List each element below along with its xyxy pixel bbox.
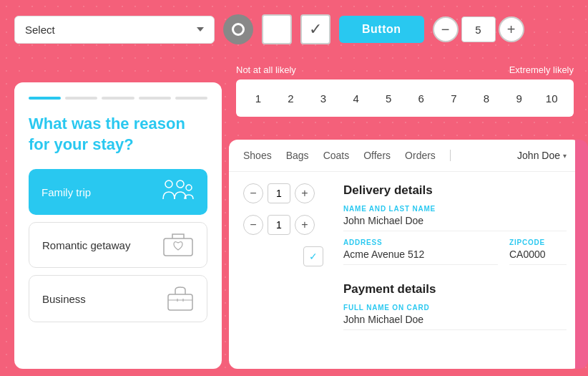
zipcode-value: CA0000	[509, 249, 567, 265]
nav-user-name: John Doe	[517, 150, 560, 161]
name-label: NAME AND LAST NAME	[343, 205, 567, 213]
progress-seg-1	[29, 97, 61, 100]
svg-point-2	[186, 185, 192, 191]
nav-orders[interactable]: Orders	[405, 150, 436, 161]
scale-labels: Not at all likely Extremely likely	[236, 64, 574, 75]
address-row: ADDRESS Acme Avenue 512 ZIPCODE CA0000	[343, 238, 567, 272]
qty-row-2: − 1 +	[243, 215, 329, 235]
scale-num-7[interactable]: 7	[439, 85, 469, 111]
scale-num-8[interactable]: 8	[471, 85, 501, 111]
business-icon	[167, 286, 194, 312]
option-business-label: Business	[42, 293, 86, 305]
radio-button[interactable]	[223, 14, 253, 44]
top-bar: Select ✓ Button − 5 +	[14, 14, 574, 44]
small-checkmark[interactable]: ✓	[303, 246, 323, 266]
counter-group: − 5 +	[433, 16, 524, 42]
counter-increment-button[interactable]: +	[499, 16, 524, 42]
qty1-decrement[interactable]: −	[243, 183, 263, 203]
select-arrow-icon	[197, 27, 204, 32]
zipcode-col: ZIPCODE CA0000	[509, 238, 567, 272]
checkmark-button[interactable]: ✓	[300, 14, 330, 44]
likelihood-scale: Not at all likely Extremely likely 1 2 3…	[236, 64, 574, 117]
nav-bar: Shoes Bags Coats Offers Orders John Doe …	[229, 140, 581, 172]
right-panel: Shoes Bags Coats Offers Orders John Doe …	[229, 140, 581, 369]
name-value: John Michael Doe	[343, 215, 567, 231]
question-text: What was the reason for your stay?	[29, 114, 207, 155]
radio-inner-circle	[232, 23, 245, 36]
option-family-trip-label: Family trip	[41, 186, 91, 198]
fullname-label: FULL NAME ON CARD	[343, 304, 567, 312]
address-label: ADDRESS	[343, 238, 498, 246]
right-content: − 1 + − 1 + ✓ Delivery details NAME AND …	[229, 172, 581, 349]
delivery-section: Delivery details NAME AND LAST NAME John…	[343, 183, 567, 337]
scale-right-label: Extremely likely	[509, 64, 574, 75]
nav-divider	[450, 150, 451, 161]
scale-num-6[interactable]: 6	[406, 85, 436, 111]
qty1-increment[interactable]: +	[295, 183, 315, 203]
family-icon	[160, 179, 195, 205]
address-value: Acme Avenue 512	[343, 249, 498, 265]
scale-num-9[interactable]: 9	[504, 85, 534, 111]
qty2-decrement[interactable]: −	[243, 215, 263, 235]
select-dropdown[interactable]: Select	[14, 16, 215, 44]
nav-bags[interactable]: Bags	[286, 150, 309, 161]
counter-decrement-button[interactable]: −	[433, 16, 459, 42]
right-accent-bar	[575, 140, 588, 369]
progress-seg-2	[65, 97, 97, 100]
svg-point-0	[165, 180, 172, 188]
checkmark-icon: ✓	[309, 20, 322, 39]
scale-num-10[interactable]: 10	[536, 85, 567, 111]
select-label: Select	[25, 24, 55, 36]
svg-rect-4	[168, 294, 192, 310]
counter-value: 5	[461, 16, 496, 42]
qty-controls: − 1 + − 1 + ✓	[243, 183, 329, 337]
progress-seg-3	[102, 97, 134, 100]
qty-row-1: − 1 +	[243, 183, 329, 203]
scale-left-label: Not at all likely	[236, 64, 296, 75]
check-row: ✓	[243, 246, 329, 266]
scale-num-1[interactable]: 1	[243, 85, 273, 111]
scale-num-3[interactable]: 3	[308, 85, 338, 111]
qty2-value: 1	[268, 215, 290, 235]
scale-num-5[interactable]: 5	[373, 85, 403, 111]
romantic-icon	[162, 233, 194, 257]
scale-num-2[interactable]: 2	[276, 85, 306, 111]
qty2-increment[interactable]: +	[295, 215, 315, 235]
progress-seg-5	[175, 97, 207, 100]
nav-chevron-icon: ▾	[563, 152, 567, 160]
nav-user[interactable]: John Doe ▾	[517, 150, 567, 161]
nav-offers[interactable]: Offers	[363, 150, 391, 161]
svg-point-1	[177, 180, 184, 188]
progress-seg-4	[139, 97, 171, 100]
nav-shoes[interactable]: Shoes	[243, 150, 272, 161]
scale-numbers-row: 1 2 3 4 5 6 7 8 9 10	[236, 79, 574, 117]
qty1-value: 1	[268, 183, 290, 203]
progress-bar	[29, 97, 207, 100]
zipcode-label: ZIPCODE	[509, 238, 567, 246]
option-romantic-getaway[interactable]: Romantic getaway	[29, 222, 207, 268]
svg-rect-3	[164, 238, 192, 256]
delivery-title: Delivery details	[343, 183, 567, 198]
main-button[interactable]: Button	[339, 16, 424, 43]
option-family-trip[interactable]: Family trip	[29, 169, 207, 215]
square-checkbox[interactable]	[262, 14, 292, 44]
scale-num-4[interactable]: 4	[341, 85, 371, 111]
address-col: ADDRESS Acme Avenue 512	[343, 238, 498, 272]
option-romantic-getaway-label: Romantic getaway	[42, 239, 130, 251]
nav-coats[interactable]: Coats	[323, 150, 350, 161]
payment-title: Payment details	[343, 282, 567, 297]
fullname-value: John Michael Doe	[343, 314, 567, 330]
option-business[interactable]: Business	[29, 275, 207, 322]
left-panel: What was the reason for your stay? Famil…	[14, 82, 222, 369]
